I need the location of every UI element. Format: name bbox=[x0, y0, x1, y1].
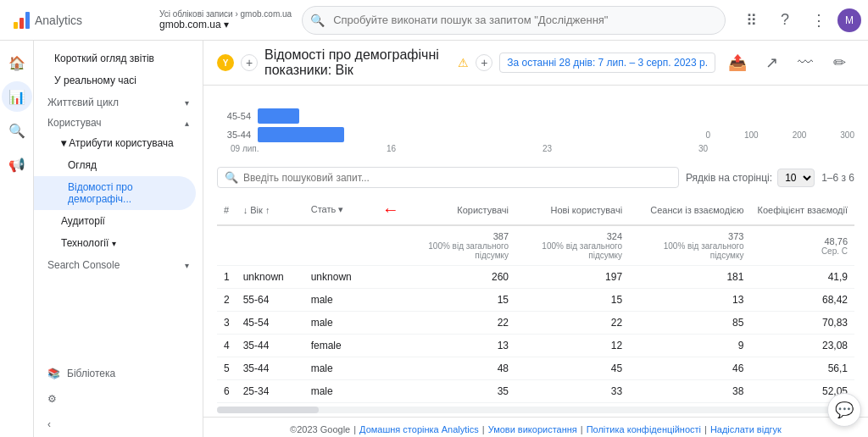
row4-age: 35-44 bbox=[236, 335, 304, 357]
table-row: 5 35-44 male 48 45 46 56,1 bbox=[217, 357, 854, 380]
row2-age: 55-64 bbox=[236, 289, 304, 312]
sidebar-item-user[interactable]: Користувач ▴ bbox=[34, 112, 203, 132]
footer-link-terms[interactable]: Умови використання bbox=[488, 424, 577, 434]
nav-advertising-icon[interactable]: 📢 bbox=[2, 149, 32, 180]
edit-button[interactable]: ✏ bbox=[824, 47, 854, 78]
sidebar-library[interactable]: 📚 Бібліотека bbox=[34, 361, 203, 386]
chat-button[interactable]: 💬 bbox=[827, 393, 861, 427]
remove-filter-button[interactable]: ← bbox=[379, 198, 403, 220]
chart-dates: 09 лип. 16 23 30 bbox=[217, 142, 854, 153]
chart-bar-container-4554 bbox=[258, 108, 854, 124]
sidebar-collapse[interactable]: ‹ bbox=[34, 412, 203, 437]
nav-reports-icon[interactable]: 📊 bbox=[2, 81, 32, 112]
row5-sessions: 46 bbox=[629, 357, 750, 380]
more-button[interactable]: ⋮ bbox=[804, 5, 834, 36]
add-metric-button[interactable]: + bbox=[476, 54, 492, 71]
table-search[interactable]: 🔍 bbox=[217, 167, 679, 188]
footer-link-feedback[interactable]: Надіслати відгук bbox=[710, 424, 782, 434]
row2-gender: male bbox=[304, 289, 372, 312]
sidebar-settings[interactable]: ⚙ bbox=[34, 386, 203, 412]
domain-selector[interactable]: gmob.com.ua bbox=[159, 19, 292, 30]
help-button[interactable]: ? bbox=[770, 5, 800, 36]
scroll-thumb[interactable] bbox=[217, 407, 319, 413]
col-age-label: Вік bbox=[250, 205, 263, 215]
x-label-300: 300 bbox=[840, 130, 854, 140]
row5-new-users: 45 bbox=[515, 357, 629, 380]
row6-gender: male bbox=[304, 380, 372, 403]
sidebar-item-demographics[interactable]: Відомості про демографіч... bbox=[34, 176, 196, 210]
totals-new-users-sub: 100% від загального підсумку bbox=[522, 241, 622, 260]
footer-copyright: ©2023 Google bbox=[290, 424, 350, 434]
row4-empty bbox=[372, 335, 409, 357]
segment-indicator: Y bbox=[217, 54, 234, 71]
domain-crumb: Усі облікові записи › gmob.com.ua bbox=[159, 9, 292, 19]
row5-coef: 56,1 bbox=[750, 357, 854, 380]
row4-users: 13 bbox=[409, 335, 515, 357]
col-users-label: Користувачі bbox=[457, 205, 509, 215]
x-label-200: 200 bbox=[793, 130, 807, 140]
search-bar: 🔍 bbox=[302, 6, 726, 35]
footer-link-home[interactable]: Домашня сторінка Analytics bbox=[359, 424, 479, 434]
sidebar-bottom: 📚 Бібліотека ⚙ ‹ bbox=[34, 361, 203, 437]
col-new-users[interactable]: Нові користувачі bbox=[515, 195, 629, 225]
table-row: 4 35-44 female 13 12 9 23,08 bbox=[217, 335, 854, 357]
totals-coef-sub: Сер. С bbox=[757, 246, 848, 256]
row1-age: unknown bbox=[236, 266, 304, 289]
row3-sessions: 85 bbox=[629, 312, 750, 335]
sidebar-item-audiences[interactable]: Аудиторії bbox=[34, 210, 196, 232]
col-sessions[interactable]: Сеанси із взаємодією bbox=[629, 195, 750, 225]
search-icon: 🔍 bbox=[310, 14, 325, 27]
table-search-input[interactable] bbox=[243, 172, 671, 184]
nav-explore-icon[interactable]: 🔍 bbox=[2, 115, 32, 146]
col-sessions-label: Сеанси із взаємодією bbox=[650, 205, 743, 215]
row2-coef: 68,42 bbox=[750, 289, 854, 312]
col-users[interactable]: Користувачі bbox=[409, 195, 515, 225]
col-remove: ← bbox=[372, 195, 409, 225]
rows-select[interactable]: 10 25 50 bbox=[777, 169, 815, 187]
collapse-icon: ‹ bbox=[47, 418, 51, 430]
nav-home-icon[interactable]: 🏠 bbox=[2, 47, 32, 78]
row5-num: 5 bbox=[217, 357, 236, 380]
row1-new-users: 197 bbox=[515, 266, 629, 289]
col-gender-label: Стать bbox=[311, 204, 337, 214]
sidebar-item-overview[interactable]: Огляд bbox=[34, 154, 196, 176]
row3-gender: male bbox=[304, 312, 372, 335]
add-comparison-button[interactable]: + bbox=[241, 54, 258, 71]
row6-empty bbox=[372, 380, 409, 403]
export-button[interactable]: ↗ bbox=[756, 47, 787, 78]
data-table: # ↓ Вік ↑ Стать ▾ ← bbox=[217, 195, 854, 403]
row2-new-users: 15 bbox=[515, 289, 629, 312]
left-panel: 🏠 📊 🔍 📢 Короткий огляд звітів У реальном… bbox=[0, 41, 203, 437]
sidebar-item-tech[interactable]: Технології ▾ bbox=[34, 232, 196, 254]
sidebar-item-lifecycle[interactable]: Життєвий цикл ▾ bbox=[34, 91, 203, 112]
footer-link-privacy[interactable]: Політика конфіденційності bbox=[587, 424, 701, 434]
col-num: # bbox=[217, 195, 236, 225]
sidebar-item-realtime[interactable]: У реальному часі bbox=[34, 69, 196, 91]
col-gender[interactable]: Стать ▾ bbox=[304, 195, 372, 225]
apps-button[interactable]: ⠿ bbox=[736, 5, 766, 36]
date-label-4: 30 bbox=[698, 144, 854, 153]
sidebar-item-search-console[interactable]: Search Console ▾ bbox=[34, 254, 203, 274]
sidebar: Короткий огляд звітів У реальному часі Ж… bbox=[34, 41, 203, 437]
horizontal-scrollbar[interactable] bbox=[217, 407, 854, 413]
search-console-chevron: ▾ bbox=[185, 261, 189, 270]
col-coef[interactable]: Коефіцієнт взаємодії bbox=[750, 195, 854, 225]
row3-new-users: 22 bbox=[515, 312, 629, 335]
avatar[interactable]: M bbox=[837, 8, 861, 32]
date-range-button[interactable]: За останні 28 днів: 7 лип. – 3 серп. 202… bbox=[499, 53, 715, 73]
row2-users: 15 bbox=[409, 289, 515, 312]
sidebar-content: Короткий огляд звітів У реальному часі Ж… bbox=[34, 41, 203, 361]
share-button[interactable]: 📤 bbox=[722, 47, 753, 78]
col-age[interactable]: ↓ Вік ↑ bbox=[236, 195, 304, 225]
logo-icon bbox=[14, 12, 30, 29]
row4-num: 4 bbox=[217, 335, 236, 357]
search-input[interactable] bbox=[302, 6, 726, 35]
compare-button[interactable]: 〰 bbox=[790, 47, 821, 78]
table-row: 3 45-54 male 22 22 85 70,83 bbox=[217, 312, 854, 335]
totals-empty-remove bbox=[372, 225, 409, 266]
sidebar-item-overview[interactable]: Короткий огляд звітів bbox=[34, 47, 196, 69]
sidebar-item-user-attributes[interactable]: ▾ Атрибути користувача bbox=[34, 132, 196, 154]
row1-empty bbox=[372, 266, 409, 289]
logo-area: Analytics bbox=[7, 12, 159, 29]
table-row: 1 unknown unknown 260 197 181 41,9 bbox=[217, 266, 854, 289]
